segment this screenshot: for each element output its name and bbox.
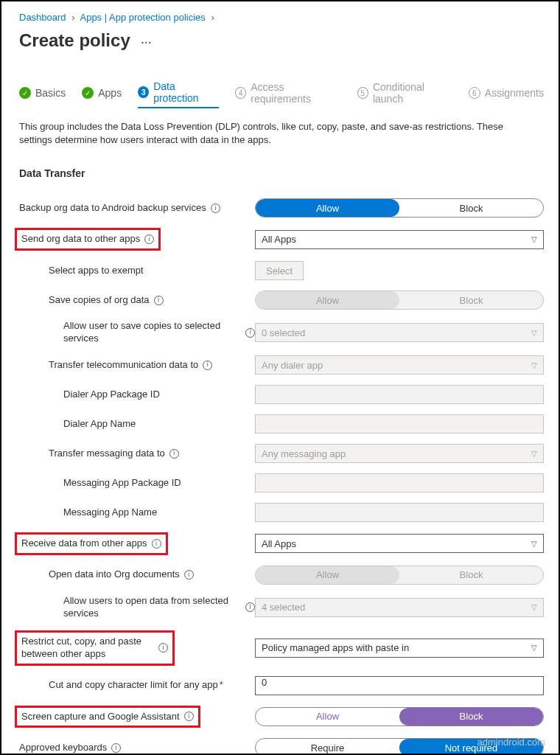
label-dialer-name: Dialer App Name [19, 418, 255, 431]
tab-label: Conditional launch [373, 81, 452, 105]
row-cut-limit: Cut and copy character limit for any app… [19, 676, 544, 695]
breadcrumb-separator: › [71, 12, 74, 23]
info-icon[interactable]: i [152, 539, 161, 549]
label-text: Transfer telecommunication data to [49, 359, 198, 372]
row-allow-save-selected: Allow user to save copies to selected se… [19, 320, 544, 345]
dropdown-value: All Apps [262, 538, 296, 549]
chevron-down-icon: ▽ [531, 361, 537, 369]
tab-access-requirements[interactable]: 4 Access requirements [235, 80, 341, 108]
tab-data-protection[interactable]: 3 Data protection [138, 80, 219, 108]
breadcrumb-separator: › [211, 12, 214, 23]
tab-basics[interactable]: ✓ Basics [19, 80, 66, 108]
label-text: Allow user to save copies to selected se… [63, 320, 241, 345]
highlight-box: Receive data from other apps i [15, 532, 168, 555]
row-send-org-data: Send org data to other apps i All Apps ▽ [19, 228, 544, 251]
check-icon: ✓ [82, 87, 94, 99]
input-dialer-pkg [255, 385, 544, 404]
row-save-copies: Save copies of org data i Allow Block [19, 290, 544, 310]
toggle-allow: Allow [256, 291, 399, 309]
label-approved-kb: Approved keyboards i [19, 742, 255, 754]
toggle-allow[interactable]: Allow [256, 708, 399, 726]
row-telecom: Transfer telecommunication data to i Any… [19, 355, 544, 375]
info-icon[interactable]: i [245, 602, 255, 612]
toggle-allow[interactable]: Allow [256, 199, 399, 217]
toggle-block[interactable]: Block [399, 708, 543, 726]
row-select-exempt: Select apps to exempt Select [19, 261, 544, 280]
dropdown-value: All Apps [262, 234, 296, 245]
chevron-down-icon: ▽ [531, 235, 537, 243]
tab-label: Access requirements [251, 81, 341, 105]
tab-apps[interactable]: ✓ Apps [82, 80, 122, 108]
label-save-copies: Save copies of org data i [19, 294, 255, 307]
toggle-backup[interactable]: Allow Block [255, 198, 544, 218]
step-number: 5 [357, 87, 368, 99]
info-icon[interactable]: i [169, 449, 179, 459]
tab-conditional-launch[interactable]: 5 Conditional launch [357, 80, 452, 108]
info-icon[interactable]: i [184, 570, 194, 580]
label-allow-save: Allow user to save copies to selected se… [19, 320, 255, 345]
toggle-block: Block [399, 291, 543, 309]
label-text: Allow users to open data from selected s… [63, 595, 241, 620]
dropdown-telecom: Any dialer app ▽ [255, 355, 544, 375]
breadcrumb-dashboard[interactable]: Dashboard [19, 12, 66, 23]
highlight-box: Restrict cut, copy, and paste between ot… [15, 630, 175, 666]
dropdown-restrict-ccp[interactable]: Policy managed apps with paste in ▽ [255, 639, 544, 658]
info-icon[interactable]: i [184, 711, 194, 721]
info-icon[interactable]: i [245, 328, 255, 338]
select-exempt-button: Select [255, 261, 304, 280]
info-icon[interactable]: i [211, 203, 220, 213]
tab-label: Apps [98, 87, 122, 99]
label-receive: Receive data from other apps i [19, 532, 255, 555]
row-open-selected: Allow users to open data from selected s… [19, 595, 544, 620]
chevron-down-icon: ▽ [531, 644, 537, 652]
toggle-require[interactable]: Require [256, 739, 399, 755]
row-backup: Backup org data to Android backup servic… [19, 198, 544, 218]
label-text: Save copies of org data [49, 294, 150, 307]
info-icon[interactable]: i [203, 361, 212, 370]
info-icon[interactable]: i [144, 234, 154, 244]
info-icon[interactable]: i [158, 643, 168, 653]
label-select-exempt: Select apps to exempt [19, 265, 255, 277]
ellipsis-icon[interactable]: ··· [141, 37, 152, 49]
toggle-screen-capture[interactable]: Allow Block [255, 707, 544, 726]
label-text: Backup org data to Android backup servic… [19, 202, 206, 215]
label-msg-pkg: Messaging App Package ID [19, 477, 255, 490]
tab-assignments[interactable]: 6 Assignments [469, 80, 544, 108]
step-number: 3 [138, 86, 149, 98]
toggle-block: Block [399, 566, 543, 584]
dropdown-receive-data[interactable]: All Apps ▽ [255, 534, 544, 553]
label-open-org: Open data into Org documents i [19, 568, 255, 581]
label-messaging: Transfer messaging data to i [19, 448, 255, 460]
required-asterisk: * [220, 679, 223, 692]
row-dialer-name: Dialer App Name [19, 414, 544, 434]
tab-label: Basics [35, 87, 66, 99]
label-text: Transfer messaging data to [49, 448, 165, 460]
dropdown-value: Policy managed apps with paste in [262, 642, 409, 653]
label-screen-capture: Screen capture and Google Assistant i [19, 706, 255, 728]
breadcrumb-apps[interactable]: Apps | App protection policies [80, 12, 205, 23]
label-msg-name: Messaging App Name [19, 507, 255, 519]
label-text: Receive data from other apps [21, 537, 147, 550]
dropdown-save-selected: 0 selected ▽ [255, 323, 544, 342]
label-restrict: Restrict cut, copy, and paste between ot… [19, 630, 255, 666]
dropdown-open-selected: 4 selected ▽ [255, 598, 544, 617]
label-text: Screen capture and Google Assistant [21, 711, 180, 723]
toggle-save-copies: Allow Block [255, 290, 544, 310]
dropdown-messaging: Any messaging app ▽ [255, 444, 544, 463]
toggle-block[interactable]: Block [399, 199, 543, 217]
info-icon[interactable]: i [154, 296, 164, 305]
dropdown-value: 4 selected [262, 602, 305, 613]
step-number: 6 [469, 87, 480, 99]
dropdown-send-org-data[interactable]: All Apps ▽ [255, 230, 544, 249]
tab-description: This group includes the Data Loss Preven… [19, 120, 528, 147]
toggle-allow: Allow [256, 566, 399, 584]
info-icon[interactable]: i [111, 743, 121, 753]
input-cut-limit[interactable]: 0 [255, 676, 544, 695]
label-text: Restrict cut, copy, and paste between ot… [21, 636, 154, 661]
input-msg-pkg [255, 473, 544, 493]
label-open-selected: Allow users to open data from selected s… [19, 595, 255, 620]
chevron-down-icon: ▽ [531, 603, 537, 611]
input-msg-name [255, 503, 544, 522]
label-send: Send org data to other apps i [19, 228, 255, 251]
input-dialer-name [255, 414, 544, 434]
